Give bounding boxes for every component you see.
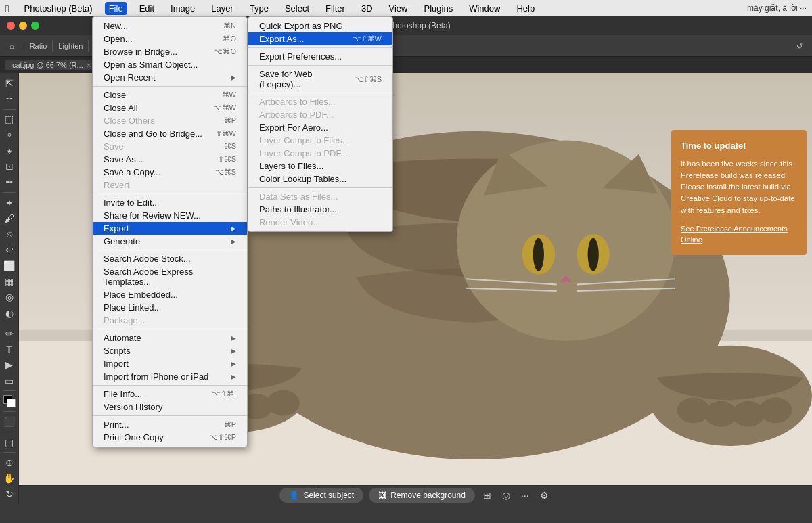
menu-close[interactable]: Close ⌘W [93, 89, 247, 101]
shape-tool[interactable]: ▭ [2, 373, 17, 388]
minimize-window-button[interactable] [19, 22, 27, 30]
menu-open-label: Open... [104, 34, 133, 44]
menu-close-go-bridge[interactable]: Close and Go to Bridge... ⇧⌘W [93, 127, 247, 140]
menu-generate[interactable]: Generate ▶ [93, 235, 247, 248]
menu-sep-3 [93, 250, 247, 250]
menu-plugins[interactable]: Plugins [420, 2, 457, 15]
bottom-settings-button[interactable]: ⚙ [537, 487, 551, 503]
tab-close-button[interactable]: ✕ [86, 62, 91, 69]
eraser-tool[interactable]: ⬜ [2, 258, 17, 273]
menu-import[interactable]: Import ▶ [93, 357, 247, 370]
menu-type[interactable]: Type [246, 2, 273, 15]
zoom-tool[interactable]: ⊕ [2, 455, 17, 470]
menu-browse-bridge[interactable]: Browse in Bridge... ⌥⌘O [93, 45, 247, 58]
type-tool[interactable]: T [2, 342, 17, 356]
pen-tool[interactable]: ✏ [2, 326, 17, 340]
artboard-tool[interactable]: ⊹ [2, 91, 17, 106]
gradient-tool[interactable]: ▦ [2, 274, 17, 288]
menu-render-video: Render Video... [248, 216, 392, 229]
menu-place-embedded[interactable]: Place Embedded... [93, 288, 247, 301]
healing-tool[interactable]: ✦ [2, 196, 17, 210]
hand-tool[interactable]: ✋ [2, 471, 17, 485]
eyedropper-tool[interactable]: ✒ [2, 175, 17, 189]
crop-tool[interactable]: ⊡ [2, 159, 17, 173]
menu-automate[interactable]: Automate ▶ [93, 332, 247, 344]
maximize-window-button[interactable] [31, 22, 39, 30]
menu-file-info[interactable]: File Info... ⌥⇧⌘I [93, 388, 247, 401]
menu-color-lookup-tables[interactable]: Color Lookup Tables... [248, 173, 392, 185]
menu-3d[interactable]: 3D [357, 2, 377, 15]
menu-edit[interactable]: Edit [135, 2, 158, 15]
menu-new[interactable]: New... ⌘N [93, 20, 247, 32]
menu-import-label: Import [104, 359, 129, 369]
apple-menu[interactable]:  [5, 3, 9, 14]
menu-view[interactable]: View [385, 2, 412, 15]
menu-export-preferences[interactable]: Export Preferences... [248, 50, 392, 63]
menu-image[interactable]: Image [166, 2, 199, 15]
menu-package-label: Package... [104, 315, 145, 325]
menu-scripts[interactable]: Scripts ▶ [93, 344, 247, 357]
remove-background-button[interactable]: 🖼 Remove background [369, 488, 475, 503]
menu-import-iphone[interactable]: Import from iPhone or iPad ▶ [93, 370, 247, 383]
close-window-button[interactable] [7, 22, 15, 30]
menu-invite-edit[interactable]: Invite to Edit... [93, 196, 247, 209]
export-submenu: Quick Export as PNG Export As... ⌥⇧⌘W Ex… [248, 16, 393, 232]
menu-search-stock[interactable]: Search Adobe Stock... [93, 252, 247, 265]
menu-export-for-aero[interactable]: Export For Aero... [248, 121, 392, 134]
history-brush-tool[interactable]: ↩ [2, 243, 17, 257]
menu-save-copy-label: Save a Copy... [104, 167, 160, 177]
menu-close-others-label: Close Others [104, 116, 155, 126]
menu-save-copy[interactable]: Save a Copy... ⌥⌘S [93, 166, 247, 179]
rotate-view-tool[interactable]: ↻ [2, 487, 17, 501]
menu-open-smart-object[interactable]: Open as Smart Object... [93, 58, 247, 71]
menu-open-recent[interactable]: Open Recent ▶ [93, 71, 247, 84]
menu-version-history[interactable]: Version History [93, 401, 247, 413]
menu-close-all[interactable]: Close All ⌥⌘W [93, 101, 247, 114]
menu-save-for-web[interactable]: Save for Web (Legacy)... ⌥⇧⌘S [248, 68, 392, 91]
background-color[interactable] [7, 399, 16, 407]
menu-share-review[interactable]: Share for Review NEW... [93, 209, 247, 222]
menu-save-label: Save [104, 141, 124, 152]
menu-print-one-copy[interactable]: Print One Copy ⌥⇧⌘P [93, 431, 247, 444]
brush-tool[interactable]: 🖌 [2, 211, 17, 225]
menu-search-express[interactable]: Search Adobe Express Templates... [93, 265, 247, 288]
marquee-tool[interactable]: ⬚ [2, 112, 17, 127]
bottom-expand-button[interactable]: ⊞ [480, 487, 494, 503]
menu-photoshop[interactable]: Photoshop (Beta) [20, 2, 96, 15]
bottom-target-button[interactable]: ◎ [499, 487, 513, 503]
menu-open-shortcut: ⌘O [223, 35, 236, 43]
menu-automate-label: Automate [104, 333, 141, 343]
dodge-tool[interactable]: ◐ [2, 306, 17, 320]
menu-paths-illustrator[interactable]: Paths to Illustrator... [248, 203, 392, 216]
rotate-icon[interactable]: ↺ [792, 41, 807, 52]
move-tool[interactable]: ⇱ [2, 76, 17, 90]
select-subject-button[interactable]: 👤 Select subject [279, 488, 363, 503]
blur-tool[interactable]: ◎ [2, 290, 17, 304]
screen-mode-tool[interactable]: ▢ [2, 435, 17, 449]
lasso-tool[interactable]: ⌖ [2, 128, 17, 142]
menu-print[interactable]: Print... ⌘P [93, 418, 247, 431]
menu-save-for-web-shortcut: ⌥⇧⌘S [355, 75, 382, 84]
object-select-tool[interactable]: ◈ [2, 143, 17, 158]
bottom-more-button[interactable]: ··· [518, 487, 532, 503]
document-tab[interactable]: cat.jpg @ 66,7% (R... ✕ [5, 60, 98, 70]
menu-layer[interactable]: Layer [207, 2, 238, 15]
color-swatch[interactable] [3, 395, 16, 407]
menu-export-as[interactable]: Export As... ⌥⇧⌘W [248, 32, 392, 45]
menu-select[interactable]: Select [281, 2, 313, 15]
path-selection-tool[interactable]: ▶ [2, 358, 17, 372]
clone-tool[interactable]: ⎋ [2, 227, 17, 241]
menu-file[interactable]: File [105, 2, 127, 15]
menu-export[interactable]: Export ▶ [93, 222, 247, 235]
menu-layers-to-files[interactable]: Layers to Files... [248, 160, 392, 173]
menu-place-linked[interactable]: Place Linked... [93, 301, 247, 314]
update-popup-link[interactable]: See Prerelease Announcements Online [681, 223, 797, 246]
home-button[interactable]: ⌂ [5, 41, 18, 51]
menu-filter[interactable]: Filter [321, 2, 349, 15]
menu-save-as[interactable]: Save As... ⇧⌘S [93, 153, 247, 166]
menu-window[interactable]: Window [465, 2, 504, 15]
menu-quick-export-png[interactable]: Quick Export as PNG [248, 20, 392, 32]
menu-help[interactable]: Help [512, 2, 539, 15]
mask-mode-tool[interactable]: ⬛ [2, 415, 17, 429]
menu-open[interactable]: Open... ⌘O [93, 32, 247, 45]
